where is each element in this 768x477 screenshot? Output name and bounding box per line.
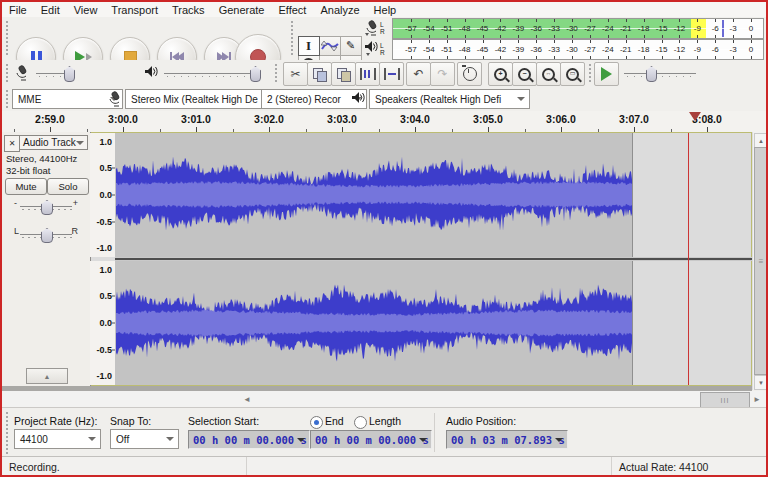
playback-volume-slider[interactable]: [164, 66, 260, 80]
arrow-right-icon: ►: [753, 395, 761, 404]
menu-file[interactable]: File: [2, 4, 34, 16]
scissors-icon: ✂: [290, 68, 300, 80]
fit-selection-button[interactable]: ↔: [536, 62, 561, 86]
undo-button[interactable]: ↶: [406, 62, 431, 86]
solo-button[interactable]: Solo: [47, 178, 89, 195]
status-message: Recording.: [2, 457, 247, 476]
playback-meter[interactable]: LR -57-54-51-48-45-42-39-36-33-30-27-24-…: [364, 39, 764, 59]
menu-help[interactable]: Help: [367, 4, 404, 16]
timeline-ruler[interactable]: 2:59.03:00.03:01.03:02.03:03.03:04.03:05…: [2, 111, 766, 133]
track-title-menu[interactable]: Audio Track: [20, 135, 88, 150]
ruler-value: 0.0: [99, 318, 112, 328]
fit-project-icon: ▭: [566, 68, 579, 81]
sync-lock-button[interactable]: [457, 62, 482, 86]
track-close-button[interactable]: ✕: [4, 135, 20, 152]
trim-audio-button[interactable]: [355, 62, 380, 86]
chevron-down-icon: [76, 141, 84, 145]
copy-button[interactable]: [307, 62, 332, 86]
vertical-ruler-left-channel[interactable]: 1.00.50.0-0.5-1.0: [90, 133, 116, 257]
toolbar-grip[interactable]: [290, 20, 295, 57]
cut-button[interactable]: ✂: [283, 62, 308, 86]
scroll-up-button[interactable]: ▲: [754, 133, 768, 148]
snap-to-select[interactable]: Off: [110, 429, 179, 449]
vertical-ruler-right-channel[interactable]: 1.00.50.0-0.5-1.0: [90, 261, 116, 385]
project-rate-select[interactable]: 44100: [14, 429, 101, 449]
zoom-out-button[interactable]: −: [512, 62, 537, 86]
slider-thumb[interactable]: [41, 200, 53, 215]
toolbar-row-2: ✂ ↶ ↷ + − ↔ ▭: [2, 60, 766, 87]
slider-thumb[interactable]: [646, 66, 657, 82]
slider-thumb[interactable]: [41, 228, 53, 243]
toolbar-grip[interactable]: [5, 20, 10, 57]
selection-tool-button[interactable]: I: [298, 36, 320, 56]
waveform-right-channel[interactable]: [115, 261, 752, 385]
slider-thumb[interactable]: [250, 66, 261, 82]
timeline-label: 3:01.0: [181, 113, 211, 125]
redo-button[interactable]: ↷: [430, 62, 455, 86]
menu-generate[interactable]: Generate: [212, 4, 272, 16]
track-collapse-button[interactable]: ▲: [26, 368, 68, 384]
ruler-value: 0.5: [99, 291, 112, 301]
chevron-down-icon: [297, 438, 305, 442]
audio-position-field[interactable]: 00 h 03 m 07.893 s: [446, 430, 568, 449]
toolbar-grip[interactable]: [5, 411, 10, 454]
gain-plus-label: +: [73, 198, 78, 208]
gain-slider[interactable]: - +: [12, 198, 80, 214]
meter-left-label: L: [380, 42, 385, 49]
paste-button[interactable]: [331, 62, 356, 86]
silence-audio-button[interactable]: [379, 62, 404, 86]
ruler-value: -1.0: [96, 243, 112, 253]
menu-tracks[interactable]: Tracks: [165, 4, 212, 16]
vertical-scrollbar[interactable]: ▲ ≡ ▼: [752, 132, 767, 390]
horizontal-scrollbar-thumb[interactable]: III: [700, 392, 750, 408]
fit-project-button[interactable]: ▭: [560, 62, 585, 86]
menu-edit[interactable]: Edit: [34, 4, 67, 16]
fit-selection-icon: ↔: [542, 68, 555, 81]
mute-button[interactable]: Mute: [5, 178, 47, 195]
menu-view[interactable]: View: [67, 4, 105, 16]
scroll-left-button[interactable]: ◄: [240, 392, 254, 406]
pan-slider[interactable]: L R: [12, 226, 80, 242]
play-at-speed-button[interactable]: [594, 62, 619, 86]
status-bar: Recording. Actual Rate: 44100: [2, 456, 766, 476]
waveform-left-channel[interactable]: [115, 133, 752, 257]
playback-meter-bar[interactable]: -57-54-51-48-45-42-39-36-33-30-27-24-21-…: [392, 39, 764, 60]
ruler-value: -1.0: [96, 371, 112, 381]
menu-transport[interactable]: Transport: [104, 4, 165, 16]
playback-device-select[interactable]: Speakers (Realtek High Defi: [369, 89, 530, 109]
length-radio[interactable]: [354, 416, 367, 429]
scroll-down-button[interactable]: ▼: [754, 375, 768, 390]
actual-rate: Actual Rate: 44100: [612, 457, 766, 476]
timeline-label: 3:03.0: [327, 113, 357, 125]
horizontal-scrollbar[interactable]: ◄ III ►: [2, 391, 766, 407]
toolbar-grip[interactable]: [5, 63, 10, 83]
meter-right-label: R: [380, 49, 385, 56]
device-toolbar: MME Stereo Mix (Realtek High De 2 (Stere…: [2, 86, 766, 112]
draw-tool-button[interactable]: ✎: [340, 36, 362, 56]
speaker-icon: [364, 41, 379, 57]
playhead-marker-icon[interactable]: [689, 112, 701, 121]
audio-track: ✕ Audio Track Stereo, 44100Hz 32-bit flo…: [2, 132, 752, 386]
scroll-right-button[interactable]: ►: [750, 392, 764, 406]
selection-end-field[interactable]: 00 h 00 m 00.000 s: [310, 430, 432, 449]
recording-meter[interactable]: LR -57-54-51-48-45-42-39-36-33-30-27-24-…: [364, 18, 764, 38]
toolbar-grip[interactable]: [588, 63, 593, 83]
slider-thumb[interactable]: [64, 66, 75, 82]
chevron-down-icon: [517, 97, 525, 101]
envelope-tool-button[interactable]: [319, 36, 341, 56]
toolbar-grip[interactable]: [5, 89, 10, 108]
gain-minus-label: -: [14, 198, 17, 208]
vertical-scrollbar-thumb[interactable]: ≡: [754, 147, 768, 375]
recording-meter-bar[interactable]: -57-54-51-48-45-42-39-36-33-30-27-24-21-…: [392, 18, 764, 39]
menu-effect[interactable]: Effect: [272, 4, 314, 16]
timeline-label: 3:06.0: [546, 113, 576, 125]
selection-start-field[interactable]: 00 h 00 m 00.000 s: [188, 430, 310, 449]
recording-device-select[interactable]: Stereo Mix (Realtek High De: [125, 89, 279, 109]
end-radio[interactable]: [310, 416, 323, 429]
zoom-in-button[interactable]: +: [488, 62, 513, 86]
menu-analyze[interactable]: Analyze: [313, 4, 366, 16]
toolbar-grip[interactable]: [274, 63, 279, 83]
playback-speed-slider[interactable]: [624, 66, 696, 80]
recording-volume-slider[interactable]: [36, 66, 74, 80]
ruler-value: 1.0: [99, 137, 112, 147]
